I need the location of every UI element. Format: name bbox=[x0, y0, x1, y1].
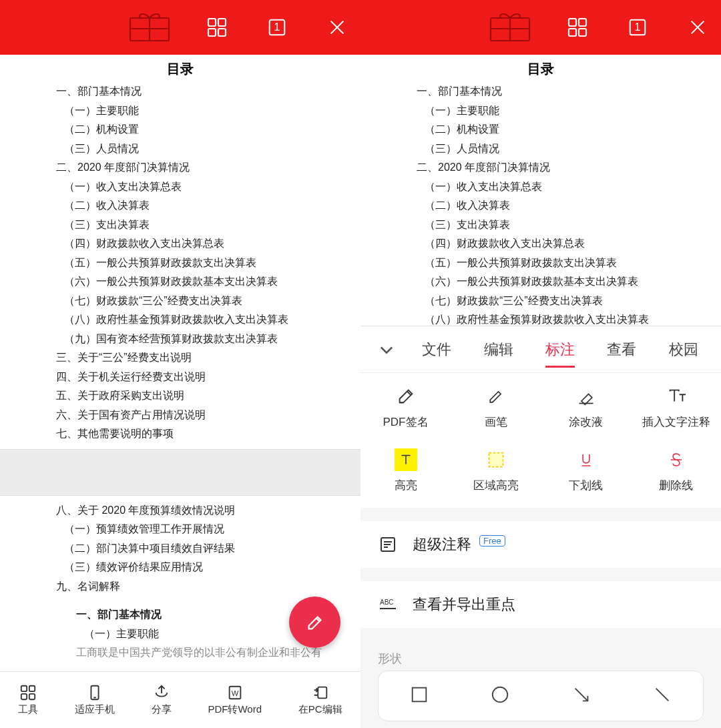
page-gap bbox=[0, 449, 360, 496]
top-toolbar-right: 1 bbox=[360, 0, 721, 55]
shapes-picker bbox=[378, 671, 704, 721]
toc-line: （三）绩效评价结果应用情况 bbox=[56, 558, 304, 577]
bb-share[interactable]: 分享 bbox=[152, 684, 172, 716]
close-icon[interactable] bbox=[684, 13, 712, 41]
shape-rectangle[interactable] bbox=[409, 685, 429, 707]
toc-line: 七、其他需要说明的事项 bbox=[56, 424, 304, 444]
shape-arrow[interactable] bbox=[571, 685, 591, 707]
toc-line: 三、关于“三公”经费支出说明 bbox=[56, 348, 304, 368]
underline-icon bbox=[575, 448, 597, 471]
tool-highlight[interactable]: 高亮 bbox=[360, 448, 451, 493]
grid-icon[interactable] bbox=[563, 13, 591, 41]
shape-circle[interactable] bbox=[490, 685, 510, 707]
abc-icon: ABC bbox=[378, 595, 398, 615]
gift-icon[interactable] bbox=[489, 11, 531, 43]
tool-whiteout[interactable]: 涂改液 bbox=[541, 385, 631, 430]
svg-rect-6 bbox=[218, 29, 226, 36]
panel-tabs: 文件 编辑 标注 查看 校园 bbox=[360, 326, 721, 373]
row-export-highlights[interactable]: ABC 查看并导出重点 bbox=[360, 581, 721, 628]
toc-line: （五）一般公共预算财政拨款支出决算表 bbox=[56, 254, 304, 273]
toc-line: （八）政府性基金预算财政拨款收入支出决算表 bbox=[56, 310, 304, 330]
bb-tools[interactable]: 工具 bbox=[18, 684, 38, 716]
toc-line: （三）人员情况 bbox=[417, 139, 665, 159]
right-pane: 1 目录 一、部门基本情况（一）主要职能（二）机构设置（三）人员情况二、2020… bbox=[360, 0, 721, 728]
tab-edit[interactable]: 编辑 bbox=[467, 333, 529, 366]
toc-line: （一）主要职能 bbox=[56, 101, 304, 121]
toc-line: （二）收入决算表 bbox=[56, 196, 304, 216]
toc-line: （三）人员情况 bbox=[56, 139, 304, 159]
toc-line: （六）一般公共预算财政拨款基本支出决算表 bbox=[56, 272, 304, 292]
top-toolbar: 1 bbox=[0, 0, 360, 55]
text-icon bbox=[665, 385, 688, 408]
toc-line: （四）财政拨款收入支出决算总表 bbox=[56, 234, 304, 254]
bb-pdf-to-word[interactable]: W PDF转Word bbox=[208, 684, 262, 716]
tab-annotate[interactable]: 标注 bbox=[529, 333, 591, 366]
toc-line: （二）机构设置 bbox=[417, 120, 665, 139]
svg-rect-12 bbox=[29, 686, 35, 691]
eraser-icon bbox=[575, 385, 597, 408]
doc-title: 目录 bbox=[0, 55, 360, 82]
svg-rect-4 bbox=[218, 19, 226, 26]
gift-icon[interactable] bbox=[128, 11, 171, 43]
signature-icon bbox=[395, 385, 417, 408]
bottom-toolbar: 工具 适应手机 分享 W PDF转Word 在PC编辑 bbox=[0, 671, 360, 728]
tab-file[interactable]: 文件 bbox=[406, 333, 467, 366]
svg-line-37 bbox=[575, 689, 587, 701]
grid-icon[interactable] bbox=[203, 13, 231, 41]
svg-rect-25 bbox=[569, 29, 576, 36]
tool-pdf-sign[interactable]: PDF签名 bbox=[360, 385, 451, 430]
toc-line: 四、关于机关运行经费支出说明 bbox=[56, 368, 304, 387]
svg-rect-23 bbox=[569, 19, 576, 26]
annotation-panel: 文件 编辑 标注 查看 校园 PDF签名 画笔 涂改液 插入文字注释 bbox=[360, 326, 721, 728]
row-super-annotation[interactable]: 超级注释 Free bbox=[360, 521, 721, 568]
document-body-right[interactable]: 一、部门基本情况（一）主要职能（二）机构设置（三）人员情况二、2020 年度部门… bbox=[360, 82, 721, 326]
toc-line: 一、部门基本情况 bbox=[56, 82, 304, 101]
toc-line: （七）财政拨款“三公”经费支出决算表 bbox=[417, 292, 665, 311]
tool-underline[interactable]: 下划线 bbox=[541, 448, 631, 493]
left-pane: 1 目录 一、部门基本情况（一）主要职能（二）机构设置（三）人员情况二、2020… bbox=[0, 0, 360, 728]
collapse-panel-chevron[interactable] bbox=[367, 340, 406, 359]
strikethrough-icon bbox=[665, 448, 688, 471]
highlight-t-icon bbox=[395, 448, 417, 471]
document-body[interactable]: 一、部门基本情况（一）主要职能（二）机构设置（三）人员情况二、2020 年度部门… bbox=[0, 82, 360, 671]
close-icon[interactable] bbox=[323, 13, 351, 41]
tool-pen[interactable]: 画笔 bbox=[451, 385, 541, 430]
section-text: 工商联是中国共产党领导的以非公有制企业和非公有 bbox=[56, 643, 304, 663]
edit-fab[interactable] bbox=[289, 597, 340, 648]
toc-line: 九、名词解释 bbox=[56, 577, 304, 597]
toc-line: 五、关于政府采购支出说明 bbox=[56, 386, 304, 406]
pencil-icon bbox=[485, 385, 507, 408]
bb-fit-mobile[interactable]: 适应手机 bbox=[75, 684, 115, 716]
area-highlight-icon bbox=[485, 448, 507, 471]
bb-pc-edit[interactable]: 在PC编辑 bbox=[298, 684, 342, 716]
tool-area-highlight[interactable]: 区域高亮 bbox=[451, 448, 541, 493]
page-indicator[interactable]: 1 bbox=[263, 13, 291, 41]
tool-text-note[interactable]: 插入文字注释 bbox=[631, 385, 721, 430]
page-indicator[interactable]: 1 bbox=[624, 13, 652, 41]
toc-line: （一）主要职能 bbox=[417, 101, 665, 121]
section-sub: （一）主要职能 bbox=[56, 625, 304, 644]
free-badge: Free bbox=[479, 535, 505, 547]
super-annotation-icon bbox=[378, 534, 398, 555]
toc-line: （五）一般公共预算财政拨款支出决算表 bbox=[417, 254, 665, 273]
svg-rect-11 bbox=[21, 686, 27, 691]
section-heading: 一、部门基本情况 bbox=[56, 605, 304, 625]
toc-line: （一）收入支出决算总表 bbox=[56, 177, 304, 197]
svg-rect-14 bbox=[29, 694, 35, 699]
toc-line: 二、2020 年度部门决算情况 bbox=[56, 158, 304, 177]
toc-line: （八）政府性基金预算财政拨款收入支出决算表 bbox=[417, 310, 665, 326]
toc-line: 六、关于国有资产占用情况说明 bbox=[56, 406, 304, 425]
toc-line: （三）支出决算表 bbox=[417, 216, 665, 235]
toc-line: 一、部门基本情况 bbox=[417, 82, 665, 101]
tool-strikethrough[interactable]: 删除线 bbox=[631, 448, 721, 493]
toc-line: （七）财政拨款“三公”经费支出决算表 bbox=[56, 292, 304, 311]
svg-rect-5 bbox=[208, 29, 216, 36]
toc-line: （二）机构设置 bbox=[56, 120, 304, 139]
toc-line: 二、2020 年度部门决算情况 bbox=[417, 158, 665, 177]
svg-text:W: W bbox=[231, 689, 238, 697]
shape-line[interactable] bbox=[652, 685, 672, 707]
tab-campus[interactable]: 校园 bbox=[653, 333, 714, 366]
toc-line: （二）收入决算表 bbox=[417, 196, 665, 216]
svg-rect-35 bbox=[412, 688, 426, 702]
tab-view[interactable]: 查看 bbox=[591, 333, 652, 366]
